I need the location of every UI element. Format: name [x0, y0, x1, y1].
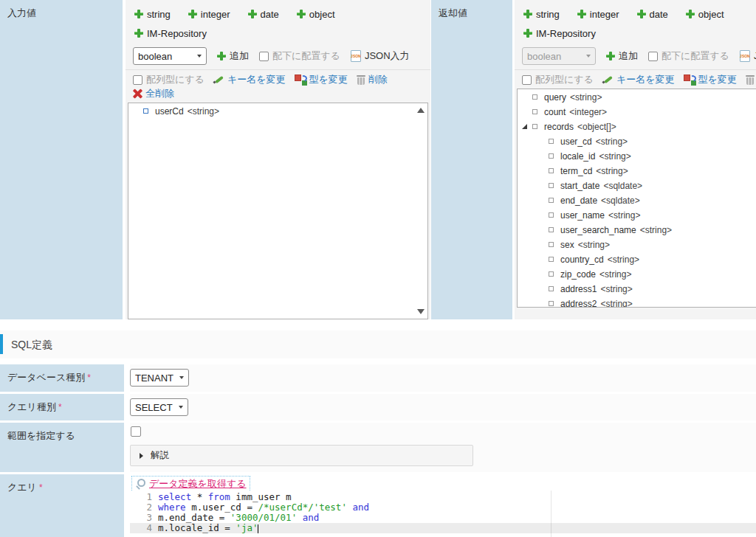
add-button[interactable]: 追加 [217, 49, 249, 63]
tree-item[interactable]: end_date<sqldate> [538, 193, 756, 207]
nest-checkbox-label: 配下に配置する [272, 49, 340, 63]
type-select[interactable]: boolean [522, 47, 596, 65]
nest-checkbox[interactable] [648, 52, 658, 61]
query-type-select[interactable]: SELECT [130, 398, 188, 416]
magnifier-icon [135, 479, 145, 489]
query-label: クエリ* [0, 474, 124, 537]
delete-all-button[interactable]: 全削除 [133, 87, 174, 100]
add-date-button[interactable]: date [248, 9, 279, 20]
type-select[interactable]: boolean [133, 47, 207, 65]
range-label: 範囲を指定する [0, 423, 124, 472]
plus-icon [523, 29, 532, 38]
range-checkbox[interactable] [131, 426, 141, 437]
nest-checkbox-item[interactable]: 配下に配置する [648, 49, 729, 63]
plus-icon [297, 10, 306, 18]
input-tree[interactable]: userCd<string> [128, 103, 428, 319]
tree-item[interactable]: sex<string> [538, 237, 756, 252]
tree-item[interactable]: user_cd<string> [538, 134, 756, 148]
return-tree[interactable]: query<string>count<integer>records<objec… [517, 89, 756, 308]
chevron-down-icon [586, 55, 591, 58]
code-line[interactable]: 1select * from imm_user m [130, 492, 756, 502]
tree-node-type: <string> [596, 166, 628, 176]
tree-item[interactable]: start_date<sqldate> [538, 178, 756, 193]
tree-node-type: <string> [570, 92, 602, 103]
tree-node-type: <string> [608, 210, 640, 221]
add-button-label: 追加 [619, 49, 638, 63]
change-type-button[interactable]: 型を変更 [295, 73, 348, 86]
nest-checkbox[interactable] [259, 52, 269, 61]
tree-node-name: sex [560, 240, 574, 250]
tree-item[interactable]: userCd<string> [133, 103, 427, 118]
tree-node-name: count [544, 107, 566, 117]
sql-code-editor[interactable]: 1select * from imm_user m2where m.user_c… [130, 491, 756, 537]
array-type-checkbox-item[interactable]: 配列型にする [522, 73, 594, 86]
code-text: select * from imm_user m [158, 492, 292, 502]
tree-node-type: <string> [600, 284, 632, 294]
add-integer-button[interactable]: integer [188, 9, 230, 20]
tree-expanded-icon[interactable] [522, 124, 527, 129]
fetch-link-label: データ定義を取得する [149, 477, 247, 491]
add-button-label: 追加 [230, 49, 249, 63]
sql-section-header: SQL定義 [0, 330, 756, 358]
tree-item[interactable]: address2<string> [538, 296, 756, 308]
red-x-icon [133, 89, 142, 98]
tree-item[interactable]: records<object[]> [522, 119, 756, 134]
tree-item[interactable]: query<string> [522, 89, 756, 104]
json-input-button[interactable]: JSONJSON入力 [740, 49, 756, 63]
tree-node-square-icon [549, 257, 554, 262]
tree-item[interactable]: country_cd<string> [538, 252, 756, 266]
plus-icon [188, 10, 197, 18]
plus-icon [217, 52, 226, 60]
add-string-button[interactable]: string [523, 9, 560, 20]
code-line[interactable]: 4m.locale_id = 'ja' [130, 523, 756, 533]
add-button[interactable]: 追加 [606, 49, 638, 63]
add-object-button[interactable]: object [686, 9, 724, 20]
array-type-checkbox-item[interactable]: 配列型にする [133, 73, 205, 86]
rename-key-button[interactable]: キー名を変更 [602, 73, 675, 86]
tree-item[interactable]: count<integer> [522, 104, 756, 119]
add-integer-button[interactable]: integer [577, 9, 619, 20]
tree-item[interactable]: zip_code<string> [538, 266, 756, 281]
add-object-button[interactable]: object [297, 9, 335, 20]
tree-item[interactable]: user_name<string> [538, 207, 756, 222]
add-im-repository-button[interactable]: IM-Repository [523, 28, 596, 39]
tree-node-square-icon [549, 212, 554, 218]
pencil-icon [213, 75, 224, 85]
tree-node-square-icon [549, 301, 554, 306]
add-im-repository-label: IM-Repository [536, 28, 596, 39]
delete-button[interactable]: 削除 [357, 73, 388, 86]
array-type-checkbox[interactable] [133, 75, 142, 85]
rename-key-button[interactable]: キー名を変更 [213, 73, 286, 86]
tree-item[interactable]: address1<string> [538, 281, 756, 296]
tree-node-type: <string> [596, 136, 628, 147]
add-im-repository-button[interactable]: IM-Repository [134, 28, 207, 39]
db-type-label: データベース種別* [0, 364, 124, 392]
code-line[interactable]: 3m.end_date = '3000/01/01' and [130, 513, 756, 523]
nest-checkbox-item[interactable]: 配下に配置する [259, 49, 340, 63]
scroll-down-icon[interactable] [417, 309, 425, 314]
array-type-label: 配列型にする [535, 73, 594, 86]
code-line[interactable]: 2where m.user_cd = /*userCd*/'test' and [130, 502, 756, 513]
tree-item[interactable]: term_cd<string> [538, 163, 756, 178]
db-type-select[interactable]: TENANT [130, 369, 189, 387]
tree-item[interactable]: locale_id<string> [538, 148, 756, 163]
scroll-up-icon[interactable] [417, 108, 425, 113]
tree-node-type: <string> [608, 254, 639, 265]
change-type-button[interactable]: 型を変更 [684, 73, 737, 86]
change-type-label: 型を変更 [698, 73, 737, 86]
add-object-label: object [309, 9, 335, 20]
rename-key-label: キー名を変更 [616, 73, 675, 86]
add-string-button[interactable]: string [134, 9, 171, 20]
delete-button[interactable]: 削除 [746, 73, 756, 86]
section-accent-bar [0, 334, 3, 354]
help-collapsible[interactable]: 解説 [130, 445, 473, 466]
add-date-button[interactable]: date [637, 9, 668, 20]
fetch-data-definition-link[interactable]: データ定義を取得する [131, 476, 250, 492]
array-type-checkbox[interactable] [522, 75, 532, 85]
tree-node-square-icon [549, 139, 554, 144]
nest-checkbox-label: 配下に配置する [662, 49, 729, 63]
plus-icon [637, 10, 646, 18]
tree-item[interactable]: user_search_name<string> [538, 222, 756, 237]
tree-node-type: <string> [578, 240, 610, 250]
json-input-button[interactable]: JSONJSON入力 [351, 49, 410, 63]
